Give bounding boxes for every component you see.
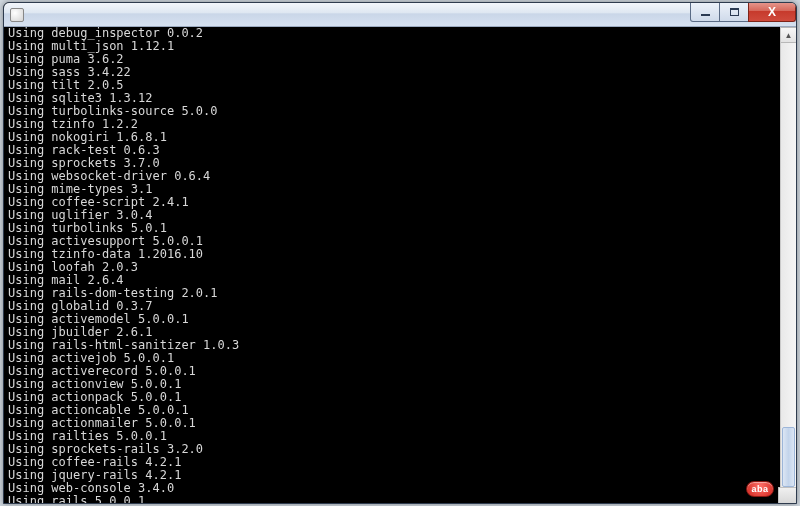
- window-buttons: X: [691, 2, 796, 22]
- maximize-button[interactable]: [719, 2, 749, 22]
- vertical-scrollbar[interactable]: ▲ ▼: [780, 27, 796, 503]
- recorder-badge[interactable]: aba: [746, 481, 774, 497]
- resize-grip[interactable]: [778, 487, 796, 503]
- terminal-output[interactable]: Using debug_inspector 0.0.2Using multi_j…: [4, 27, 796, 503]
- maximize-icon: [730, 8, 739, 16]
- terminal-line: Using sass 3.4.22: [8, 66, 794, 79]
- terminal-line: Using loofah 2.0.3: [8, 261, 794, 274]
- terminal-line: Using multi_json 1.12.1: [8, 40, 794, 53]
- recorder-badge-label: aba: [751, 484, 768, 494]
- terminal-line: Using rails 5.0.0.1: [8, 495, 794, 503]
- minimize-icon: [701, 14, 710, 16]
- scroll-up-button[interactable]: ▲: [781, 27, 796, 43]
- scrollbar-thumb[interactable]: [782, 427, 795, 487]
- titlebar[interactable]: X: [4, 3, 796, 27]
- minimize-button[interactable]: [690, 2, 720, 22]
- app-icon: [10, 8, 24, 22]
- close-icon: X: [768, 5, 776, 19]
- scrollbar-track[interactable]: [781, 43, 796, 487]
- terminal-window: X Using debug_inspector 0.0.2Using multi…: [3, 2, 797, 504]
- close-button[interactable]: X: [748, 2, 796, 22]
